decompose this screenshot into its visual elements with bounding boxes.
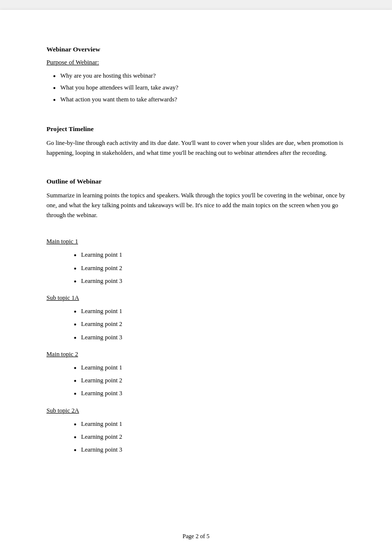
topic-label-3: Sub topic 2A: [46, 407, 346, 415]
topic-1-point-0: Learning point 1: [81, 305, 346, 318]
topic-0-bullet-list: Learning point 1 Learning point 2 Learni…: [46, 248, 346, 287]
topic-0-point-2: Learning point 3: [81, 275, 346, 287]
topic-3-point-0: Learning point 1: [81, 417, 346, 430]
topic-label-0: Main topic 1: [46, 238, 346, 245]
project-timeline-heading: Project Timeline: [46, 125, 346, 133]
topic-0-point-1: Learning point 2: [81, 262, 346, 275]
topic-3-bullet-list: Learning point 1 Learning point 2 Learni…: [46, 417, 346, 457]
purpose-bullet-1: Why are you are hosting this webinar?: [60, 70, 346, 82]
purpose-bullet-list: Why are you are hosting this webinar? Wh…: [46, 70, 346, 105]
topic-1-bullet-list: Learning point 1 Learning point 2 Learni…: [46, 305, 346, 344]
topic-2-point-2: Learning point 3: [81, 387, 346, 400]
topic-2-point-0: Learning point 1: [81, 361, 346, 374]
topic-label-1: Sub topic 1A: [46, 294, 346, 302]
topic-group-0: Main topic 1 Learning point 1 Learning p…: [46, 238, 346, 287]
topic-group-1: Sub topic 1A Learning point 1 Learning p…: [46, 294, 346, 344]
page-footer: Page 2 of 5: [0, 533, 392, 540]
outline-heading: Outline of Webinar: [46, 178, 346, 185]
purpose-bullet-2: What you hope attendees will learn, take…: [60, 82, 346, 94]
outline-section: Outline of Webinar Summarize in learning…: [46, 178, 346, 456]
topic-3-point-1: Learning point 2: [81, 430, 346, 443]
topic-group-3: Sub topic 2A Learning point 1 Learning p…: [46, 407, 346, 457]
topic-2-bullet-list: Learning point 1 Learning point 2 Learni…: [46, 361, 346, 400]
topic-1-point-1: Learning point 2: [81, 318, 346, 330]
page-number: Page 2 of 5: [182, 533, 209, 540]
webinar-overview-heading: Webinar Overview: [46, 46, 346, 53]
project-timeline-section: Project Timeline Go line-by-line through…: [46, 125, 346, 158]
purpose-bullet-3: What action you want them to take afterw…: [60, 94, 346, 106]
purpose-subheading: Purpose of Webinar:: [46, 58, 346, 66]
page: Webinar Overview Purpose of Webinar: Why…: [0, 10, 392, 555]
topic-label-2: Main topic 2: [46, 351, 346, 358]
outline-body: Summarize in learning points the topics …: [46, 190, 346, 220]
topic-1-point-2: Learning point 3: [81, 331, 346, 344]
topic-group-2: Main topic 2 Learning point 1 Learning p…: [46, 351, 346, 400]
topic-3-point-2: Learning point 3: [81, 443, 346, 456]
project-timeline-body: Go line-by-line through each activity an…: [46, 138, 346, 158]
topic-2-point-1: Learning point 2: [81, 374, 346, 387]
webinar-overview-section: Webinar Overview Purpose of Webinar: Why…: [46, 46, 346, 105]
topic-0-point-0: Learning point 1: [81, 248, 346, 261]
